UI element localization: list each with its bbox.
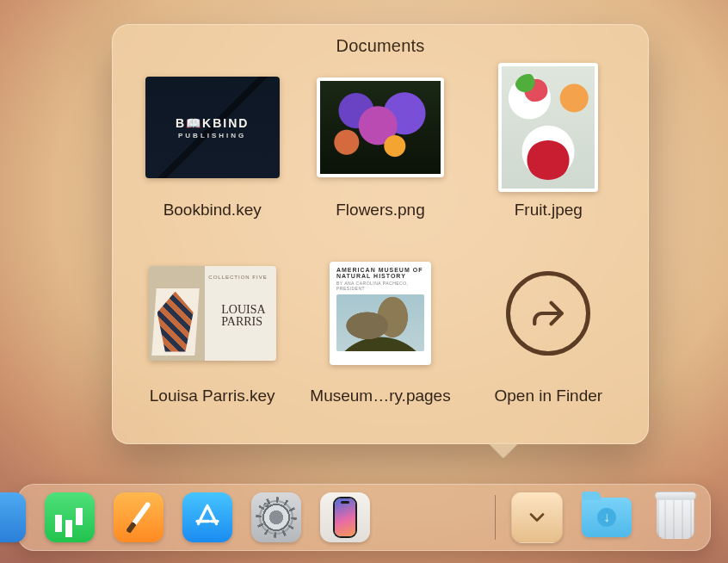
trash-icon [657, 496, 694, 539]
popover-tail [489, 442, 518, 458]
dock-app-system-settings[interactable] [251, 492, 301, 542]
action-label: Open in Finder [494, 387, 602, 405]
dock-app-pages[interactable] [114, 492, 163, 542]
dock-app-freeform[interactable] [0, 492, 26, 542]
thumbnail-icon: AMERICAN MUSEUM OF NATURAL HISTORY BY AN… [330, 262, 431, 365]
desktop: Documents B📖KBIND PUBLISHING Bookbind.ke… [0, 0, 728, 563]
dock-stack-recents[interactable] [511, 492, 563, 543]
dock-trash[interactable] [651, 492, 700, 542]
documents-grid: B📖KBIND PUBLISHING Bookbind.key Flowers.… [112, 56, 649, 444]
download-arrow-icon: ↓ [603, 510, 610, 525]
file-label: Flowers.png [336, 201, 425, 220]
thumbnail-icon [498, 63, 598, 192]
dock-app-iphone-mirroring[interactable] [320, 492, 370, 542]
open-in-finder-button[interactable]: Open in Finder [469, 249, 628, 428]
file-flowers-png[interactable]: Flowers.png [300, 63, 460, 242]
dock-separator [495, 495, 496, 540]
thumbnail-icon [317, 77, 444, 177]
thumbnail-icon: COLLECTION FIVE LOUISA PARRIS [149, 266, 276, 361]
file-label: Museum…ry.pages [310, 387, 450, 405]
popover-title: Documents [112, 36, 649, 56]
file-fruit-jpeg[interactable]: Fruit.jpeg [469, 63, 628, 242]
file-label: Fruit.jpeg [515, 201, 583, 220]
file-label: Bookbind.key [163, 201, 262, 220]
file-museum-history-pages[interactable]: AMERICAN MUSEUM OF NATURAL HISTORY BY AN… [300, 249, 460, 428]
file-louisa-parris-key[interactable]: COLLECTION FIVE LOUISA PARRIS Louisa Par… [133, 249, 292, 428]
thumbnail-icon: B📖KBIND PUBLISHING [145, 77, 280, 178]
documents-stack-popover: Documents B📖KBIND PUBLISHING Bookbind.ke… [112, 24, 649, 444]
dock: ↓ [17, 484, 711, 551]
dock-app-appstore[interactable] [182, 492, 232, 542]
dock-app-numbers[interactable] [45, 492, 95, 542]
file-bookbind-key[interactable]: B📖KBIND PUBLISHING Bookbind.key [133, 63, 292, 242]
open-in-finder-icon [506, 271, 590, 356]
dock-stack-downloads[interactable]: ↓ [582, 492, 632, 542]
file-label: Louisa Parris.key [150, 387, 275, 405]
gear-icon [259, 500, 293, 535]
